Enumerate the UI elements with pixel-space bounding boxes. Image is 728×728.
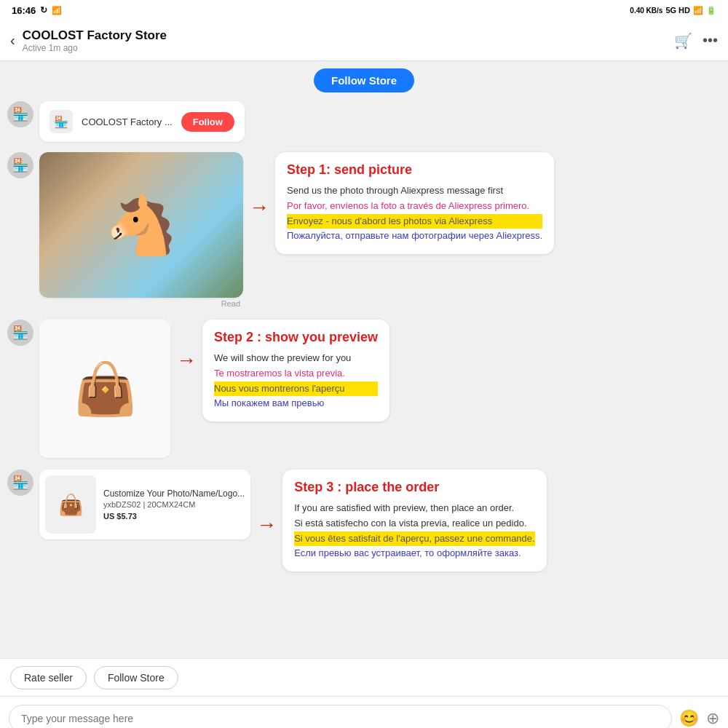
- avatar: 🏪: [7, 101, 33, 127]
- header-icons: 🛒 •••: [674, 32, 718, 50]
- message-input[interactable]: [9, 705, 672, 729]
- message-input-bar: 😊 ⊕: [0, 696, 728, 728]
- shop-icon[interactable]: 🛒: [674, 32, 692, 50]
- product-name: Customize Your Photo/Name/Logo...: [103, 488, 245, 499]
- product-price: US $5.73: [103, 512, 245, 521]
- header-info: COOLOST Factory Store Active 1m ago: [23, 28, 667, 53]
- back-button[interactable]: ‹: [10, 32, 15, 49]
- time: 16:46: [12, 5, 36, 16]
- product-sku: yxbDZS02 | 20CMX24CM: [103, 500, 245, 509]
- step3-text: If you are satisfied with preview, then …: [294, 501, 535, 561]
- product-info: Customize Your Photo/Name/Logo... yxbDZS…: [103, 488, 245, 521]
- step3-info-card: Step 3 : place the order If you are sati…: [282, 470, 547, 571]
- step3-title: Step 3 : place the order: [294, 480, 535, 495]
- store-card-name: COOLOST Factory ...: [82, 116, 173, 127]
- avatar-step1: 🏪: [7, 152, 33, 178]
- battery-icon: 🔋: [706, 6, 716, 15]
- rate-seller-button[interactable]: Rate seller: [10, 666, 87, 689]
- bag-image-bubble: 👜: [39, 320, 170, 458]
- store-card-row: 🏪 🏪 COOLOST Factory ... Follow: [7, 101, 721, 142]
- step2-line3: Nous vous montrerons l'aperçu: [214, 381, 378, 397]
- step1-line4: Пожалуйста, отправьте нам фотографии чер…: [287, 229, 542, 244]
- avatar-step3: 🏪: [7, 470, 33, 496]
- header: ‹ COOLOST Factory Store Active 1m ago 🛒 …: [0, 20, 728, 61]
- step1-info-card: Step 1: send picture Send us the photo t…: [275, 152, 554, 254]
- follow-store-banner: Follow Store: [7, 68, 721, 92]
- step3-row: 🏪 👜 Customize Your Photo/Name/Logo... yx…: [7, 470, 721, 571]
- horse-image-bubble: [39, 152, 243, 298]
- emoji-icon[interactable]: 😊: [679, 709, 699, 728]
- step1-title: Step 1: send picture: [287, 162, 542, 178]
- step2-text: We will show the preview for you Te most…: [214, 351, 378, 411]
- step1-line1: Send us the photo through Aliexpress mes…: [287, 183, 542, 199]
- step2-line1: We will show the preview for you: [214, 351, 378, 366]
- horse-image: [39, 152, 243, 298]
- step1-row: 🏪 Read → Step 1: send picture Send us th…: [7, 152, 721, 308]
- arrow-step3: →: [256, 470, 277, 537]
- store-card-icon: 🏪: [50, 110, 73, 133]
- step3-line2: Si está satisfecho con la vista previa, …: [294, 516, 535, 531]
- read-label: Read: [39, 299, 243, 308]
- step2-title: Step 2 : show you preview: [214, 330, 378, 345]
- avatar-step2: 🏪: [7, 320, 33, 346]
- step2-row: 🏪 👜 → Step 2 : show you preview We will …: [7, 320, 721, 458]
- step1-line2: Por favor, envíenos la foto a través de …: [287, 199, 542, 214]
- signal-icon: 📶: [693, 6, 703, 15]
- more-icon[interactable]: •••: [703, 32, 718, 49]
- add-icon[interactable]: ⊕: [706, 709, 719, 728]
- follow-store-banner-button[interactable]: Follow Store: [314, 68, 414, 92]
- arrow-step1: →: [249, 152, 269, 219]
- refresh-icon: ↻: [40, 5, 47, 15]
- sim-icon: 📶: [52, 6, 62, 15]
- follow-store-action-button[interactable]: Follow Store: [94, 666, 178, 689]
- store-card: 🏪 COOLOST Factory ... Follow: [39, 101, 245, 142]
- product-thumb: 👜: [45, 475, 96, 534]
- network-speed: 0.40 KB/s: [630, 7, 662, 15]
- follow-button[interactable]: Follow: [181, 112, 234, 132]
- arrow-step2: →: [176, 320, 197, 372]
- store-name: COOLOST Factory Store: [23, 28, 667, 43]
- chat-area: Follow Store 🏪 🏪 COOLOST Factory ... Fol…: [0, 61, 728, 658]
- step3-line4: Если превью вас устраивает, то оформляйт…: [294, 546, 535, 561]
- status-bar: 16:46 ↻ 📶 0.40 KB/s 5G HD 📶 🔋: [0, 0, 728, 20]
- product-card: 👜 Customize Your Photo/Name/Logo... yxbD…: [39, 470, 250, 539]
- action-buttons: Rate seller Follow Store: [0, 658, 728, 696]
- step1-text: Send us the photo through Aliexpress mes…: [287, 183, 542, 244]
- step2-info-card: Step 2 : show you preview We will show t…: [202, 320, 389, 422]
- step2-line2: Te mostraremos la vista previa.: [214, 366, 378, 381]
- step3-line3: Si vous êtes satisfait de l'aperçu, pass…: [294, 531, 535, 547]
- step2-line4: Мы покажем вам превью: [214, 396, 378, 411]
- step1-line3: Envoyez - nous d'abord les photos via Al…: [287, 214, 542, 229]
- active-status: Active 1m ago: [23, 43, 667, 53]
- bag-image: 👜: [39, 320, 170, 458]
- step3-line1: If you are satisfied with preview, then …: [294, 501, 535, 516]
- network-type: 5G HD: [665, 6, 690, 15]
